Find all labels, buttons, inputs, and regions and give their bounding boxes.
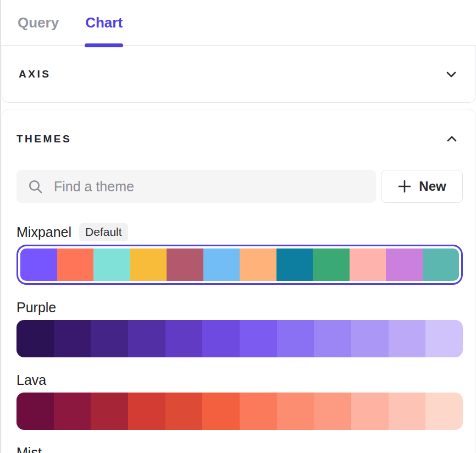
- theme-swatch: [202, 320, 240, 357]
- chart-settings-panel: Query Chart AXIS THEMES: [0, 0, 476, 453]
- theme-swatch: [351, 393, 389, 430]
- theme-toolbar: New: [16, 170, 463, 203]
- theme-swatch: [128, 320, 165, 357]
- theme-swatch: [351, 320, 389, 357]
- theme-swatch: [91, 393, 128, 430]
- theme-label-row: Purple: [16, 299, 463, 316]
- new-theme-button[interactable]: New: [381, 170, 463, 203]
- axis-section[interactable]: AXIS: [2, 46, 476, 103]
- theme-swatch: [165, 320, 203, 357]
- theme-swatch-row[interactable]: [16, 320, 463, 357]
- theme-swatch: [276, 248, 313, 281]
- theme-search-input[interactable]: [16, 170, 376, 203]
- theme-swatch: [425, 320, 463, 357]
- theme-swatch: [203, 248, 240, 281]
- selected-theme-ring: [16, 245, 463, 285]
- theme-list: MixpanelDefaultPurpleLavaMist: [16, 223, 463, 453]
- theme-swatch-row[interactable]: [16, 393, 463, 430]
- theme-swatch: [167, 248, 203, 281]
- theme-swatch: [313, 248, 350, 281]
- theme-swatch: [54, 393, 91, 430]
- theme-swatch: [128, 393, 165, 430]
- tab-query[interactable]: Query: [18, 0, 59, 45]
- theme-swatch-row[interactable]: [20, 248, 459, 281]
- chevron-up-icon[interactable]: [445, 132, 458, 146]
- plus-icon: [397, 179, 412, 194]
- theme-search: [16, 170, 376, 203]
- theme-label-row: Lava: [16, 371, 463, 389]
- theme-item: MixpanelDefault: [16, 223, 463, 285]
- theme-label-row: Mist: [16, 444, 463, 453]
- axis-section-title: AXIS: [19, 68, 51, 80]
- theme-swatch: [130, 248, 167, 281]
- theme-name: Mist: [16, 445, 42, 453]
- theme-swatch: [350, 248, 386, 281]
- theme-swatch: [277, 393, 314, 430]
- theme-swatch: [389, 320, 426, 357]
- theme-label-row: MixpanelDefault: [16, 223, 463, 241]
- themes-section: THEMES New MixpanelDefaultPurpl: [2, 109, 476, 453]
- theme-name: Mixpanel: [16, 224, 71, 240]
- theme-swatch: [314, 320, 351, 357]
- theme-swatch: [91, 320, 128, 357]
- search-icon: [28, 179, 43, 194]
- theme-swatch: [386, 248, 423, 281]
- tab-chart[interactable]: Chart: [85, 0, 123, 45]
- theme-swatch: [389, 393, 426, 430]
- theme-swatch: [240, 393, 277, 430]
- theme-swatch: [57, 248, 94, 281]
- theme-swatch: [314, 393, 351, 430]
- theme-item: Mist: [16, 444, 463, 453]
- tab-bar: Query Chart: [1, 0, 476, 46]
- theme-swatch: [54, 320, 91, 357]
- active-tab-underline: [85, 43, 123, 47]
- theme-swatch: [277, 320, 314, 357]
- theme-name: Purple: [16, 300, 56, 316]
- theme-item: Lava: [16, 371, 463, 430]
- theme-swatch: [240, 320, 277, 357]
- theme-item: Purple: [16, 299, 463, 357]
- theme-swatch: [425, 393, 463, 430]
- theme-swatch: [16, 393, 54, 430]
- theme-name: Lava: [16, 372, 46, 388]
- new-theme-button-label: New: [419, 179, 446, 194]
- theme-swatch: [16, 320, 54, 357]
- themes-section-header[interactable]: THEMES: [16, 132, 463, 146]
- theme-swatch: [240, 248, 276, 281]
- tab-query-label: Query: [18, 14, 59, 31]
- chevron-down-icon[interactable]: [445, 68, 458, 81]
- default-badge: Default: [79, 223, 128, 241]
- theme-swatch: [93, 248, 130, 281]
- themes-section-title: THEMES: [16, 133, 71, 145]
- tab-chart-label: Chart: [85, 14, 123, 31]
- theme-swatch: [20, 248, 57, 281]
- theme-swatch: [165, 393, 203, 430]
- theme-swatch: [202, 393, 240, 430]
- theme-swatch: [423, 248, 460, 281]
